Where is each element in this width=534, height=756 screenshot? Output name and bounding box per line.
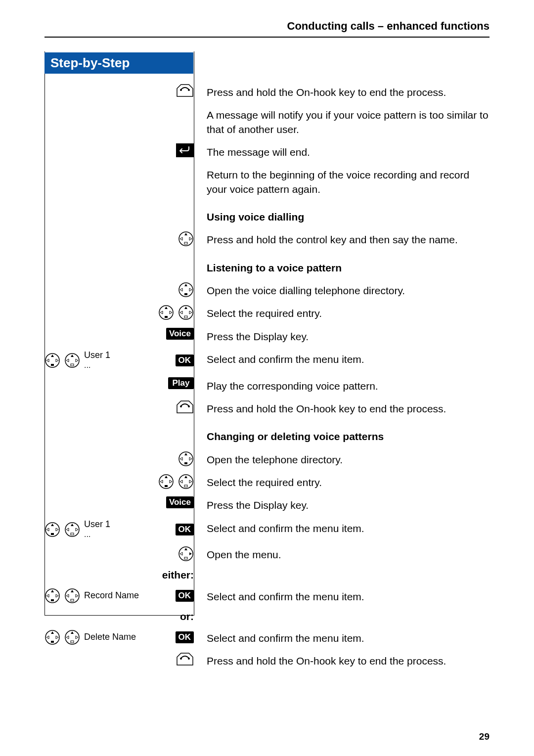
menu-item-ellipsis: ... — [84, 530, 90, 538]
svg-marker-18 — [184, 307, 187, 309]
running-header: Conducting calls – enhanced functions — [44, 20, 490, 38]
svg-rect-78 — [51, 641, 54, 643]
control-key-icon — [178, 451, 194, 467]
step-text: Press and hold the control key and then … — [198, 231, 490, 247]
step-text: A message will notify you if your voice … — [198, 106, 490, 136]
svg-marker-70 — [71, 590, 74, 592]
svg-marker-10 — [189, 288, 192, 291]
svg-marker-23 — [51, 355, 54, 357]
svg-rect-26 — [51, 364, 54, 366]
step-banner: Step-by-Step — [44, 52, 193, 74]
svg-marker-14 — [160, 311, 163, 314]
subheading-using-voice-dialling: Using voice dialling — [198, 208, 490, 224]
svg-marker-80 — [71, 631, 74, 634]
svg-marker-71 — [66, 594, 69, 597]
step-text: Press and hold the On-hook key to end th… — [198, 400, 490, 416]
on-hook-key-icon — [176, 84, 194, 97]
svg-point-85 — [188, 658, 190, 660]
svg-point-84 — [180, 658, 182, 660]
step-text: Open the menu. — [198, 546, 490, 562]
voice-softkey: Voice — [166, 496, 194, 508]
subheading-listening: Listening to a voice pattern — [198, 259, 490, 275]
svg-marker-60 — [184, 548, 187, 550]
ok-key: OK — [176, 631, 194, 643]
control-key-icon — [178, 546, 194, 562]
svg-marker-76 — [46, 636, 49, 639]
svg-rect-68 — [51, 599, 54, 601]
svg-marker-29 — [66, 359, 69, 362]
step-text: Press the Display key. — [198, 496, 490, 512]
svg-marker-28 — [71, 355, 74, 357]
svg-marker-25 — [56, 359, 58, 362]
control-key-icon — [64, 353, 80, 368]
control-key-icon — [178, 305, 194, 320]
svg-marker-46 — [180, 480, 182, 483]
step-text: Select and confirm the menu item. — [198, 520, 490, 535]
step-text: Select the required entry. — [198, 305, 490, 320]
svg-marker-36 — [180, 457, 182, 460]
svg-marker-19 — [180, 311, 182, 314]
svg-marker-24 — [46, 359, 49, 362]
svg-rect-6 — [184, 242, 187, 244]
svg-rect-43 — [165, 485, 168, 487]
svg-point-32 — [180, 405, 182, 407]
svg-marker-13 — [165, 307, 168, 309]
step-text: Select the required entry. — [198, 474, 490, 489]
svg-marker-5 — [189, 237, 192, 240]
step-text: Select and confirm the menu item. — [198, 588, 490, 604]
svg-marker-75 — [51, 631, 54, 634]
control-key-icon — [44, 629, 60, 645]
svg-marker-20 — [189, 311, 192, 314]
svg-marker-8 — [184, 284, 187, 286]
svg-marker-61 — [180, 552, 182, 555]
svg-marker-42 — [170, 480, 172, 483]
control-key-icon — [178, 231, 194, 247]
ok-key: OK — [176, 355, 194, 366]
step-text: Select and confirm the menu item. — [198, 629, 490, 645]
play-softkey: Play — [168, 377, 194, 389]
step-text: Select and confirm the menu item. — [198, 351, 490, 366]
either-label: either: — [162, 569, 194, 581]
step-text: Play the corresponding voice pattern. — [198, 377, 490, 393]
svg-marker-62 — [189, 552, 192, 555]
svg-marker-51 — [46, 528, 49, 531]
svg-rect-31 — [71, 364, 74, 366]
on-hook-key-icon — [176, 652, 194, 666]
svg-marker-57 — [76, 528, 78, 531]
svg-marker-50 — [51, 524, 54, 526]
step-text: Open the telephone directory. — [198, 451, 490, 467]
voice-softkey: Voice — [166, 328, 194, 340]
svg-marker-41 — [160, 480, 163, 483]
content-area: Step-by-Step Press and hold the On-hook … — [44, 52, 490, 668]
step-text: Press the Display key. — [198, 328, 490, 344]
ok-key: OK — [176, 524, 194, 535]
svg-marker-40 — [165, 476, 168, 478]
step-text: Open the voice dialling telephone direct… — [198, 282, 490, 298]
control-key-icon — [64, 629, 80, 645]
control-key-icon — [158, 305, 174, 320]
svg-point-1 — [188, 89, 190, 91]
menu-item-label: User 1 — [84, 350, 110, 360]
step-text: Press and hold the On-hook key to end th… — [198, 652, 490, 668]
svg-marker-45 — [184, 476, 187, 478]
svg-rect-53 — [51, 533, 54, 535]
control-key-icon — [64, 588, 80, 604]
menu-item-ellipsis: ... — [84, 361, 90, 369]
svg-marker-30 — [76, 359, 78, 362]
svg-rect-16 — [165, 316, 168, 318]
step-text: Press and hold the On-hook key to end th… — [198, 84, 490, 99]
menu-item-label: User 1 — [84, 519, 110, 529]
return-key-icon — [176, 143, 194, 157]
control-key-icon — [44, 588, 60, 604]
control-key-icon — [178, 282, 194, 298]
svg-rect-73 — [71, 599, 74, 601]
menu-item-user1: User 1 ... — [84, 520, 110, 539]
svg-rect-63 — [184, 557, 187, 559]
page-number: 29 — [479, 731, 490, 742]
control-key-icon — [44, 353, 60, 368]
svg-marker-55 — [71, 524, 74, 526]
svg-point-0 — [180, 89, 182, 91]
svg-marker-47 — [189, 480, 192, 483]
menu-item-record-name: Record Name — [84, 591, 139, 601]
svg-marker-56 — [66, 528, 69, 531]
